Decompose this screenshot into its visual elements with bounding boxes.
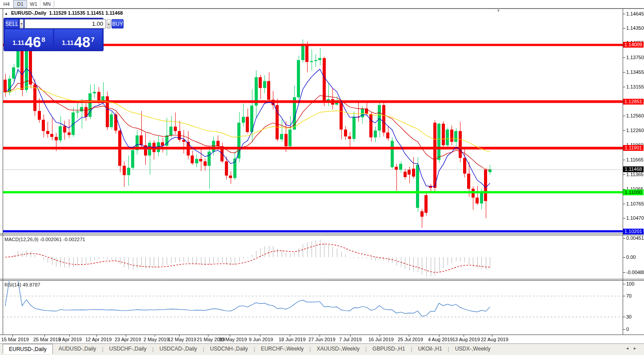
price-tick-label: 1.11365 (626, 172, 644, 177)
date-tick-label: 15 Mar 2019 (1, 337, 29, 342)
buy-price-tile[interactable]: 1.11 48 7 (54, 29, 102, 50)
current-price-label: 1.11468 (623, 166, 644, 172)
price-tick-label: 1.10765 (626, 201, 644, 206)
date-tick-label: 18 Jun 2019 (279, 337, 306, 342)
macd-axis-label: 0.00 (626, 254, 636, 260)
sell-price-big: 46 (25, 36, 41, 48)
timeframe-button-h4[interactable]: H4 (0, 0, 13, 8)
price-tick-label: 1.10470 (626, 215, 644, 221)
price-tick-label: 1.12260 (626, 128, 644, 133)
macd-indicator-label: MACD(12,26,9) -0.002061 -0.002271 (4, 237, 85, 242)
sell-price-tile[interactable]: 1.11 46 8 (5, 29, 53, 50)
date-tick-label: 16 Jul 2019 (368, 337, 394, 342)
symbol-tab-ukoil[interactable]: UKOil-,H1 (412, 344, 448, 353)
date-tick-label: 25 Jul 2019 (398, 337, 423, 342)
symbol-tab-audusd[interactable]: AUDUSD-,Daily (53, 344, 102, 353)
symbol-tab-xauusd[interactable]: XAUUSD-,Weekly (311, 344, 365, 353)
chart-ohlc-values: 1.11529 1.11535 1.11451 1.11468 (49, 10, 123, 16)
timeframe-button-d1[interactable]: D1 (13, 0, 27, 8)
timeframe-button-w1[interactable]: W1 (27, 0, 40, 8)
timeframe-toolbar: H4D1W1MN (0, 0, 644, 8)
level-price-label: 1.11000 (623, 190, 644, 195)
date-tick-label: 12 Apr 2019 (85, 337, 112, 342)
level-price-label: 1.11901 (623, 145, 644, 151)
volume-increase-button[interactable]: ▲ (107, 19, 111, 28)
one-click-trade-panel: SELL ▼ ▲ BUY 1.11 46 8 1.11 48 7 (4, 18, 104, 51)
rsi-axis-label: 100 (626, 281, 634, 286)
rsi-axis-label: 30 (626, 314, 632, 319)
sell-price-prefix: 1.11 (12, 39, 24, 46)
chart-collapse-icon: ▲ (4, 12, 8, 16)
toolbar-divider (54, 1, 55, 7)
macd-axis-label: -0.004806 (626, 270, 644, 275)
price-tick-label: 1.13750 (626, 55, 644, 60)
price-tick-label: 1.12560 (626, 113, 644, 118)
date-tick-label: 25 Mar 2019 (33, 337, 61, 342)
level-price-label: 1.10201 (623, 229, 644, 234)
buy-price-prefix: 1.11 (62, 39, 73, 46)
rsi-axis-label: 70 (626, 293, 632, 299)
trading-terminal-window: H4D1W1MN ▲ EURUSD-,Daily 1.11529 1.11535… (0, 0, 644, 355)
price-tick-label: 1.13455 (626, 69, 644, 75)
sell-button[interactable]: SELL (5, 19, 19, 28)
date-tick-label: 3 Apr 2019 (58, 337, 82, 342)
timeframe-button-mn[interactable]: MN (40, 0, 54, 8)
price-tick-label: 1.14350 (626, 25, 644, 31)
buy-price-pip: 7 (91, 36, 94, 43)
price-tick-label: 1.11665 (626, 157, 644, 162)
tab-scroll-right-icon[interactable]: ▸ (634, 346, 636, 351)
chart-title: ▲ EURUSD-,Daily 1.11529 1.11535 1.11451 … (4, 10, 123, 16)
symbol-tab-usdx[interactable]: USDX-,Weekly (449, 344, 496, 353)
buy-price-big: 48 (74, 36, 91, 48)
chart-symbol-label: EURUSD-,Daily (11, 10, 46, 16)
macd-axis-label: 0.004517 (626, 235, 644, 241)
date-tick-label: 13 Aug 2019 (452, 337, 480, 342)
price-tick-label: 1.14645 (626, 11, 644, 16)
rsi-indicator-label: RSI(14) 49.8787 (4, 282, 40, 287)
date-tick-label: 4 Aug 2019 (428, 337, 453, 342)
volume-input[interactable] (24, 19, 106, 28)
sell-price-pip: 8 (41, 36, 45, 43)
price-chart-canvas[interactable] (0, 0, 644, 355)
date-tick-label: 27 Jun 2019 (308, 337, 336, 342)
level-price-label: 1.12851 (623, 99, 644, 105)
symbol-tab-eurusd[interactable]: EURUSD-,Daily (3, 344, 53, 354)
tab-scroll-left-icon[interactable]: ◂ (626, 346, 628, 351)
symbol-tab-bar: EURUSD-,DailyAUDUSD-,Daily|USDCHF-,Daily… (0, 343, 644, 355)
symbol-tab-usdchf[interactable]: USDCHF-,Daily (104, 344, 152, 353)
date-tick-label: 2 May 2019 (144, 337, 169, 342)
symbol-tab-eurchf[interactable]: EURCHF-,Weekly (255, 344, 309, 353)
chart-shift-marker-icon[interactable]: ▼ (496, 8, 500, 13)
date-tick-label: 23 Apr 2019 (115, 337, 141, 342)
date-tick-label: 22 Aug 2019 (481, 337, 508, 342)
buy-button[interactable]: BUY (112, 19, 124, 28)
date-tick-label: 9 Jun 2019 (249, 337, 273, 342)
symbol-tab-usdcad[interactable]: USDCAD-,Daily (154, 344, 203, 353)
rsi-axis-label: 0 (626, 327, 629, 332)
symbol-tab-gbpusd[interactable]: GBPUSD-,H1 (367, 344, 411, 353)
date-tick-label: 7 Jul 2019 (339, 337, 362, 342)
date-tick-label: 12 May 2019 (168, 337, 196, 342)
date-tick-label: 30 May 2019 (219, 337, 247, 342)
level-price-label: 1.14009 (623, 42, 644, 48)
volume-decrease-button[interactable]: ▼ (20, 19, 24, 28)
symbol-tab-usdcnh[interactable]: USDCNH-,Daily (204, 344, 253, 353)
price-tick-label: 1.13155 (626, 84, 644, 89)
